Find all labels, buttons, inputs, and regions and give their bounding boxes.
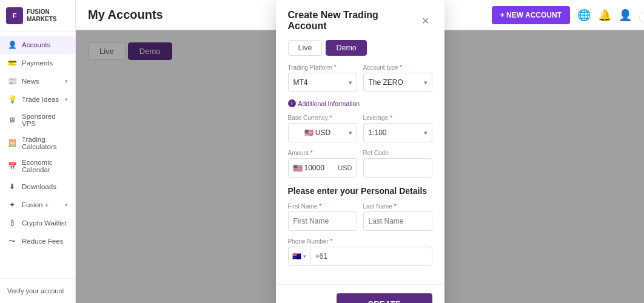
- amount-flag: 🇺🇸: [293, 164, 303, 173]
- last-name-group: Last Name *: [363, 203, 432, 231]
- account-type-label: Account type *: [363, 64, 432, 71]
- sidebar-item-label: Economic Calendar: [22, 159, 68, 173]
- ref-code-group: Ref Code: [363, 150, 432, 178]
- leverage-select[interactable]: 1:100 1:1 1:50 1:200 1:500: [363, 123, 432, 142]
- last-name-label: Last Name *: [363, 203, 432, 210]
- account-type-select[interactable]: The ZERO Standard Premium: [363, 73, 432, 92]
- bell-icon[interactable]: 🔔: [598, 8, 611, 22]
- cancel-button[interactable]: CANCEL: [288, 299, 328, 304]
- sidebar-item-news[interactable]: 📰 News ▾: [0, 72, 75, 90]
- chevron-down-icon: ▾: [65, 96, 68, 102]
- modal-footer: CANCEL CREATE ACCOUNT: [276, 284, 444, 303]
- sidebar-item-downloads[interactable]: ⬇ Downloads: [0, 178, 75, 196]
- create-account-button[interactable]: CREATE ACCOUNT: [337, 293, 432, 303]
- trade-ideas-icon: 💡: [7, 95, 17, 104]
- sidebar-item-label: Accounts: [22, 41, 50, 48]
- additional-info-link[interactable]: i Additional Information: [288, 99, 432, 107]
- sidebar: F FUSION MARKETS ‹ 👤 Accounts 💳 Payments…: [0, 0, 76, 303]
- base-currency-select[interactable]: 🇺🇸 USD 🇪🇺 EUR 🇬🇧 GBP: [288, 123, 357, 142]
- header-actions: + NEW ACCOUNT 🌐 🔔 👤: [492, 6, 632, 24]
- sidebar-item-label: Trading Calculators: [22, 136, 68, 150]
- user-icon[interactable]: 👤: [619, 8, 632, 22]
- sidebar-navigation: 👤 Accounts 💳 Payments 📰 News ▾ 💡 Trade I…: [0, 32, 75, 278]
- main-content: My Accounts + NEW ACCOUNT 🌐 🔔 👤 Live Dem…: [76, 0, 644, 303]
- amount-input-wrapper: 🇺🇸 USD: [288, 158, 357, 178]
- sponsored-vps-icon: 🖥: [7, 115, 17, 125]
- base-currency-select-wrapper: 🇺🇸 USD 🇪🇺 EUR 🇬🇧 GBP: [288, 123, 357, 142]
- sidebar-item-payments[interactable]: 💳 Payments: [0, 54, 75, 72]
- leverage-select-wrapper: 1:100 1:1 1:50 1:200 1:500: [363, 123, 432, 142]
- sidebar-item-reduce-fees[interactable]: 〜 Reduce Fees: [0, 232, 75, 250]
- base-currency-label: Base Currency *: [288, 115, 357, 121]
- reduce-fees-icon: 〜: [7, 236, 17, 246]
- last-name-input[interactable]: [363, 211, 432, 231]
- sidebar-logo: F FUSION MARKETS ‹: [0, 0, 75, 32]
- crypto-waitlist-icon: ₿: [7, 218, 17, 228]
- main-body: Live Demo Create New Trading Account ✕ L…: [76, 30, 644, 303]
- sidebar-item-label: News: [22, 78, 39, 85]
- chevron-down-icon: ▾: [65, 202, 68, 208]
- chevron-down-icon: ▾: [303, 253, 306, 259]
- modal-tab-demo[interactable]: Demo: [326, 40, 366, 56]
- news-icon: 📰: [7, 76, 17, 86]
- trading-calculators-icon: 🧮: [7, 138, 17, 148]
- close-button[interactable]: ✕: [419, 14, 432, 27]
- sidebar-item-label: Crypto Waitlist: [22, 219, 67, 227]
- sidebar-item-crypto-waitlist[interactable]: ₿ Crypto Waitlist: [0, 214, 75, 232]
- phone-country-select[interactable]: 🇦🇺 ▾: [288, 247, 310, 266]
- phone-code-input[interactable]: [310, 247, 432, 266]
- verify-account-link[interactable]: Verify your account: [7, 284, 68, 298]
- downloads-icon: ⬇: [7, 182, 17, 191]
- sidebar-item-trading-calculators[interactable]: 🧮 Trading Calculators: [0, 132, 75, 155]
- sidebar-item-label: Trade Ideas: [22, 96, 59, 103]
- fusion-plus-icon: ✦: [7, 200, 17, 210]
- first-name-group: First Name *: [288, 203, 357, 231]
- first-name-label: First Name *: [288, 203, 357, 210]
- ref-code-input[interactable]: [363, 158, 432, 178]
- platform-type-row: Trading Platform * MT4 MT5 cTrader: [288, 64, 432, 92]
- ref-code-label: Ref Code: [363, 150, 432, 156]
- chevron-down-icon: ▾: [65, 78, 68, 84]
- trading-platform-select[interactable]: MT4 MT5 cTrader: [288, 73, 357, 92]
- account-type-group: Account type * The ZERO Standard Premium: [363, 64, 432, 92]
- phone-label: Phone Number *: [288, 238, 432, 245]
- sidebar-bottom: Verify your account: [0, 278, 75, 303]
- sidebar-item-label: Reduce Fees: [22, 238, 63, 245]
- sidebar-item-label: Fusion +: [22, 201, 49, 208]
- sidebar-item-label: Payments: [22, 59, 53, 67]
- leverage-label: Leverage *: [363, 115, 432, 121]
- modal-title: Create New Trading Account: [288, 10, 419, 32]
- info-icon: i: [288, 99, 296, 107]
- sidebar-item-fusion-plus[interactable]: ✦ Fusion + ▾: [0, 196, 75, 214]
- modal-tabs: Live Demo: [276, 40, 444, 64]
- phone-flag: 🇦🇺: [292, 252, 301, 261]
- sidebar-item-economic-calendar[interactable]: 📅 Economic Calendar: [0, 155, 75, 178]
- new-account-button[interactable]: + NEW ACCOUNT: [492, 6, 570, 24]
- trading-platform-group: Trading Platform * MT4 MT5 cTrader: [288, 64, 357, 92]
- amount-group: Amount * 🇺🇸 USD: [288, 150, 357, 178]
- sidebar-item-label: Downloads: [22, 183, 56, 190]
- sidebar-item-trade-ideas[interactable]: 💡 Trade Ideas ▾: [0, 90, 75, 108]
- modal-header: Create New Trading Account ✕: [276, 0, 444, 40]
- account-type-select-wrapper: The ZERO Standard Premium: [363, 73, 432, 92]
- amount-label: Amount *: [288, 150, 357, 156]
- sidebar-item-label: Sponsored VPS: [22, 113, 68, 127]
- page-title: My Accounts: [88, 8, 163, 22]
- personal-details-title: Please enter your Personal Details: [288, 186, 432, 196]
- base-currency-group: Base Currency * 🇺🇸 USD 🇪🇺 EUR 🇬🇧 GBP: [288, 115, 357, 142]
- amount-currency-code: USD: [338, 164, 352, 171]
- economic-calendar-icon: 📅: [7, 161, 17, 171]
- leverage-group: Leverage * 1:100 1:1 1:50 1:200 1:500: [363, 115, 432, 142]
- modal-body: Trading Platform * MT4 MT5 cTrader: [276, 64, 444, 284]
- trading-platform-label: Trading Platform *: [288, 64, 357, 71]
- sidebar-item-sponsored-vps[interactable]: 🖥 Sponsored VPS: [0, 108, 75, 132]
- currency-leverage-row: Base Currency * 🇺🇸 USD 🇪🇺 EUR 🇬🇧 GBP: [288, 115, 432, 142]
- modal-overlay: Create New Trading Account ✕ Live Demo T…: [76, 30, 644, 303]
- payments-icon: 💳: [7, 58, 17, 68]
- modal-tab-live[interactable]: Live: [288, 40, 323, 56]
- create-account-modal: Create New Trading Account ✕ Live Demo T…: [276, 0, 444, 303]
- sidebar-item-accounts[interactable]: 👤 Accounts: [0, 36, 75, 54]
- globe-icon[interactable]: 🌐: [577, 8, 591, 22]
- first-name-input[interactable]: [288, 211, 357, 231]
- phone-input-wrapper: 🇦🇺 ▾: [288, 247, 432, 266]
